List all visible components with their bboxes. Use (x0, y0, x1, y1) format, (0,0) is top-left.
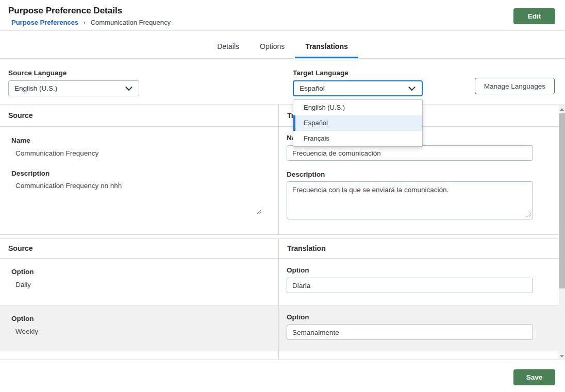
breadcrumb: Purpose Preferences › Communication Freq… (11, 19, 171, 26)
source-language-label: Source Language (8, 69, 139, 77)
option-source-value: Weekly (15, 328, 278, 335)
vertical-scrollbar[interactable] (559, 105, 565, 360)
resize-handle-icon[interactable] (526, 212, 531, 217)
section-spacer (0, 235, 565, 238)
page-footer: Save (0, 360, 565, 392)
tab-translations[interactable]: Translations (295, 42, 358, 58)
target-language-label: Target Language (293, 69, 423, 77)
source-description-label: Description (11, 169, 278, 177)
page-title: Purpose Preference Details (8, 6, 122, 16)
translation-description-wrapper: Frecuencia con la que se enviará la comu… (287, 181, 533, 219)
tab-options[interactable]: Options (250, 42, 295, 58)
dropdown-option-english-us[interactable]: English (U.S.) (293, 100, 422, 115)
option-translation-cell: Option (278, 259, 559, 305)
option-row-partial (0, 351, 559, 360)
purpose-preference-details-page: Purpose Preference Details Purpose Prefe… (0, 0, 565, 392)
source-description-value: Communication Frequency nn hhh (15, 182, 278, 190)
option-translation-input-weekly[interactable] (287, 325, 533, 340)
option-source-value: Daily (15, 281, 278, 288)
tab-details[interactable]: Details (207, 42, 250, 58)
option-source-cell: Option Weekly (0, 305, 278, 351)
translations-scroll-area: Source Translation Name Communication Fr… (0, 104, 565, 360)
breadcrumb-link-purpose-preferences[interactable]: Purpose Preferences (11, 19, 78, 26)
target-language-field: Target Language Español (293, 69, 423, 96)
target-language-value: Español (300, 84, 325, 92)
option-row-daily: Option Daily Option (0, 259, 559, 305)
details-source-header: Source (0, 105, 278, 127)
language-bar: Source Language English (U.S.) Target La… (0, 59, 565, 104)
source-language-select[interactable]: English (U.S.) (8, 80, 139, 96)
options-source-header: Source (0, 239, 278, 259)
breadcrumb-separator-icon: › (84, 19, 86, 26)
details-source-cell: Name Communication Frequency Description… (0, 127, 278, 235)
translation-name-input[interactable] (287, 145, 533, 161)
option-row-weekly: Option Weekly Option (0, 305, 559, 351)
edit-button[interactable]: Edit (513, 8, 555, 24)
manage-languages-button[interactable]: Manage Languages (475, 78, 555, 94)
option-translation-label: Option (287, 313, 309, 321)
option-label: Option (11, 315, 34, 322)
target-language-dropdown: English (U.S.) Español Français (293, 99, 423, 147)
scrollbar-down-arrow-icon[interactable] (559, 352, 565, 360)
chevron-down-icon (124, 84, 134, 93)
source-language-field: Source Language English (U.S.) (8, 69, 139, 96)
options-table-header: Source Translation (0, 238, 559, 259)
options-translation-header: Translation (278, 239, 559, 259)
chevron-down-icon (407, 84, 417, 93)
page-header: Purpose Preference Details Purpose Prefe… (0, 0, 565, 31)
source-name-value: Communication Frequency (15, 149, 278, 157)
tab-bar: Details Options Translations (0, 31, 565, 59)
source-name-label: Name (11, 137, 30, 144)
dropdown-option-espanol[interactable]: Español (293, 115, 422, 131)
translation-description-label: Description (287, 171, 559, 178)
source-language-value: English (U.S.) (14, 84, 57, 92)
option-translation-input-daily[interactable] (287, 278, 533, 293)
option-label: Option (11, 268, 34, 276)
option-translation-cell: Option (278, 305, 559, 351)
scrollbar-up-arrow-icon[interactable] (559, 105, 565, 113)
option-translation-label: Option (287, 266, 309, 274)
details-table-body: Name Communication Frequency Description… (0, 127, 559, 235)
save-button[interactable]: Save (513, 369, 555, 385)
option-source-cell: Option Daily (0, 259, 278, 305)
breadcrumb-current: Communication Frequency (91, 19, 171, 26)
scrollbar-thumb[interactable] (559, 113, 565, 288)
target-language-select[interactable]: Español (293, 80, 423, 96)
resize-handle-icon[interactable] (257, 209, 262, 214)
dropdown-option-francais[interactable]: Français (293, 131, 422, 146)
translation-description-textarea[interactable]: Frecuencia con la que se enviará la comu… (287, 181, 533, 219)
details-table-header: Source Translation (0, 105, 559, 127)
